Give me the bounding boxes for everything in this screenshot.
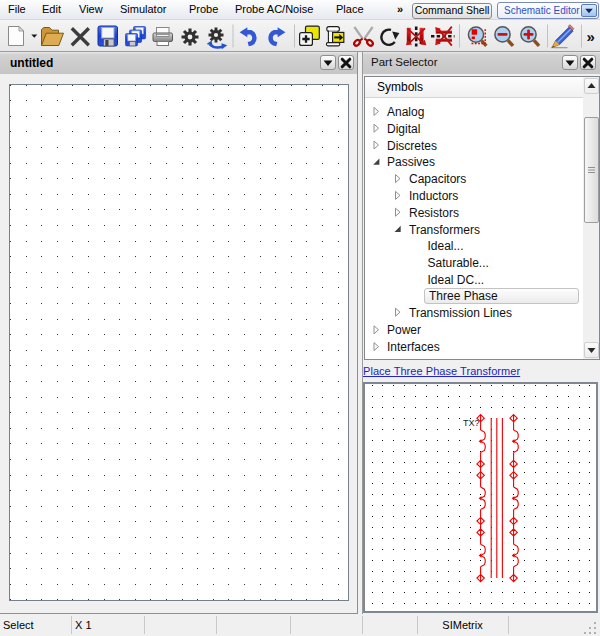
svg-text:TX?: TX? xyxy=(463,418,480,428)
svg-text:»: » xyxy=(587,28,595,45)
